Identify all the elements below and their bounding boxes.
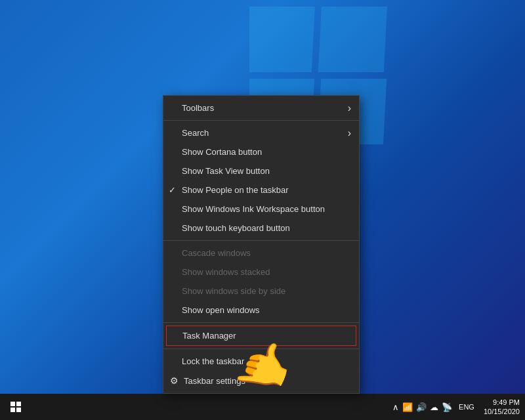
svg-rect-4 bbox=[10, 402, 15, 406]
menu-item-show-open-label: Show open windows bbox=[182, 305, 260, 315]
chevron-up-icon[interactable]: ∧ bbox=[392, 402, 399, 412]
menu-separator-3 bbox=[163, 322, 359, 323]
menu-item-cascade: Cascade windows bbox=[163, 243, 359, 262]
menu-item-side-by-side-label: Show windows side by side bbox=[182, 286, 285, 296]
menu-item-taskbar-settings[interactable]: ⚙ Taskbar settings bbox=[163, 371, 359, 390]
menu-item-show-task-view-label: Show Task View button bbox=[182, 166, 270, 176]
svg-rect-7 bbox=[16, 408, 21, 412]
clock-time: 9:49 PM bbox=[493, 398, 520, 407]
menu-item-show-ink-label: Show Windows Ink Workspace button bbox=[182, 204, 325, 214]
svg-rect-0 bbox=[249, 7, 315, 72]
menu-item-show-open[interactable]: Show open windows bbox=[163, 301, 359, 320]
tray-icons: ∧ 📶 🔊 ☁ 📡 bbox=[392, 402, 452, 412]
menu-item-lock-taskbar-label: Lock the taskbar bbox=[182, 356, 244, 366]
menu-item-show-cortana-label: Show Cortana button bbox=[182, 147, 262, 157]
system-tray: ∧ 📶 🔊 ☁ 📡 ENG bbox=[392, 402, 477, 412]
menu-item-side-by-side: Show windows side by side bbox=[163, 282, 359, 301]
menu-item-task-manager-label: Task Manager bbox=[182, 331, 236, 341]
taskbar-left bbox=[0, 394, 32, 420]
network-icon: 📶 bbox=[402, 402, 413, 412]
context-menu: Toolbars Search Show Cortana button Show… bbox=[163, 95, 360, 394]
clock-date: 10/15/2020 bbox=[484, 407, 520, 416]
volume-icon[interactable]: 🔊 bbox=[416, 402, 427, 412]
desktop: Toolbars Search Show Cortana button Show… bbox=[0, 0, 525, 420]
menu-separator-4 bbox=[163, 348, 359, 349]
taskbar: ∧ 📶 🔊 ☁ 📡 ENG 9:49 PM 10/15/2020 bbox=[0, 394, 525, 420]
menu-item-task-manager[interactable]: Task Manager bbox=[166, 326, 356, 346]
svg-rect-1 bbox=[318, 7, 387, 72]
menu-item-show-ink[interactable]: Show Windows Ink Workspace button bbox=[163, 200, 359, 219]
menu-item-show-people[interactable]: Show People on the taskbar bbox=[163, 180, 359, 200]
menu-item-toolbars-label: Toolbars bbox=[182, 103, 214, 113]
menu-item-cascade-label: Cascade windows bbox=[182, 248, 251, 258]
svg-rect-5 bbox=[16, 402, 21, 406]
clock-area[interactable]: 9:49 PM 10/15/2020 bbox=[480, 398, 520, 417]
menu-item-show-cortana[interactable]: Show Cortana button bbox=[163, 142, 359, 161]
wifi-icon: 📡 bbox=[442, 402, 452, 412]
menu-separator-2 bbox=[163, 240, 359, 241]
menu-item-show-people-label: Show People on the taskbar bbox=[182, 185, 289, 195]
menu-item-search[interactable]: Search bbox=[163, 123, 359, 142]
menu-item-stacked-label: Show windows stacked bbox=[182, 267, 270, 277]
menu-item-show-keyboard-label: Show touch keyboard button bbox=[182, 223, 290, 233]
gear-icon: ⚙ bbox=[170, 375, 178, 386]
start-button[interactable] bbox=[0, 394, 32, 420]
menu-item-toolbars[interactable]: Toolbars bbox=[163, 98, 359, 117]
language-label: ENG bbox=[456, 403, 477, 411]
menu-item-taskbar-settings-label: Taskbar settings bbox=[184, 376, 245, 386]
menu-item-show-keyboard[interactable]: Show touch keyboard button bbox=[163, 219, 359, 238]
svg-rect-6 bbox=[10, 408, 15, 412]
menu-item-lock-taskbar[interactable]: Lock the taskbar bbox=[163, 352, 359, 371]
windows-logo-icon bbox=[10, 402, 21, 412]
cloud-icon: ☁ bbox=[430, 402, 438, 412]
menu-separator-1 bbox=[163, 120, 359, 121]
taskbar-right: ∧ 📶 🔊 ☁ 📡 ENG 9:49 PM 10/15/2020 bbox=[392, 398, 525, 417]
menu-item-show-task-view[interactable]: Show Task View button bbox=[163, 161, 359, 180]
menu-item-stacked: Show windows stacked bbox=[163, 262, 359, 282]
menu-item-search-label: Search bbox=[182, 128, 209, 138]
